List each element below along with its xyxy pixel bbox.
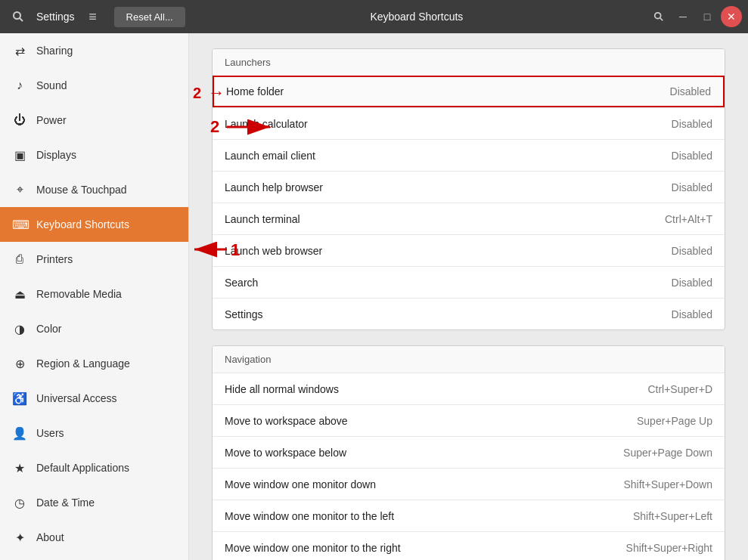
nav-row-4[interactable]: Move window one monitor to the left Shif… xyxy=(213,500,725,531)
sidebar-icon-sound: ♪ xyxy=(12,79,27,92)
sidebar-label-default-applications: Default Applications xyxy=(36,462,129,474)
svg-line-3 xyxy=(660,18,663,21)
launcher-name-6: Search xyxy=(225,277,672,289)
launcher-row-3[interactable]: Launch help browser Disabled xyxy=(213,171,725,203)
nav-row-5[interactable]: Move window one monitor to the right Shi… xyxy=(213,531,725,560)
sidebar-icon-users: 👤 xyxy=(12,426,27,441)
launchers-section: Launchers Home folder Disabled Launch ca… xyxy=(212,48,725,330)
sidebar-label-power: Power xyxy=(36,114,67,126)
app-name: Settings xyxy=(36,11,75,23)
sidebar-icon-universal-access: ♿ xyxy=(12,391,27,406)
nav-row-0[interactable]: Hide all normal windows Ctrl+Super+D xyxy=(213,373,725,404)
nav-key-2: Super+Page Down xyxy=(623,447,712,459)
nav-key-0: Ctrl+Super+D xyxy=(647,383,712,395)
launcher-name-5: Launch web browser xyxy=(225,245,672,257)
titlebar-search-right-button[interactable] xyxy=(648,6,669,27)
sidebar-item-mouse-touchpad[interactable]: ⌖ Mouse & Touchpad xyxy=(0,172,188,207)
navigation-header: Navigation xyxy=(213,346,725,373)
launcher-key-6: Disabled xyxy=(672,277,712,289)
sidebar-icon-power: ⏻ xyxy=(12,113,27,127)
sidebar-item-keyboard-shortcuts[interactable]: ⌨ Keyboard Shortcuts xyxy=(0,207,188,242)
launcher-row-0[interactable]: Home folder Disabled xyxy=(213,76,725,107)
nav-key-1: Super+Page Up xyxy=(637,415,712,427)
nav-name-3: Move window one monitor down xyxy=(225,478,623,490)
sidebar-icon-printers: ⎙ xyxy=(12,252,27,266)
nav-name-2: Move to workspace below xyxy=(225,447,623,459)
launcher-row-7[interactable]: Settings Disabled xyxy=(213,298,725,330)
launchers-header: Launchers xyxy=(213,49,725,76)
launcher-row-1[interactable]: Launch calculator Disabled xyxy=(213,107,725,139)
sidebar-item-removable-media[interactable]: ⏏ Removable Media xyxy=(0,277,188,311)
sidebar-item-date-time[interactable]: ◷ Date & Time xyxy=(0,485,188,520)
nav-name-5: Move window one monitor to the right xyxy=(225,542,626,554)
launcher-key-3: Disabled xyxy=(672,181,712,193)
launcher-row-6[interactable]: Search Disabled xyxy=(213,266,725,298)
sidebar-label-sharing: Sharing xyxy=(36,45,73,57)
sidebar-item-displays[interactable]: ▣ Displays xyxy=(0,138,188,172)
sidebar-item-sound[interactable]: ♪ Sound xyxy=(0,68,188,103)
nav-row-3[interactable]: Move window one monitor down Shift+Super… xyxy=(213,468,725,500)
nav-name-0: Hide all normal windows xyxy=(225,383,647,395)
sidebar-icon-date-time: ◷ xyxy=(12,496,27,510)
sidebar-label-removable-media: Removable Media xyxy=(36,288,122,300)
reset-all-button[interactable]: Reset All... xyxy=(114,7,185,27)
sidebar-icon-mouse-touchpad: ⌖ xyxy=(12,183,27,196)
page-title: Keyboard Shortcuts xyxy=(191,11,642,23)
sidebar-label-universal-access: Universal Access xyxy=(36,392,117,404)
sidebar-label-date-time: Date & Time xyxy=(36,497,95,509)
launcher-name-4: Launch terminal xyxy=(225,213,665,225)
nav-key-4: Shift+Super+Left xyxy=(633,510,712,522)
launcher-name-7: Settings xyxy=(225,308,672,320)
launcher-name-0: Home folder xyxy=(226,85,670,97)
launcher-row-5[interactable]: Launch web browser Disabled xyxy=(213,234,725,266)
sidebar-icon-sharing: ⇄ xyxy=(12,44,27,58)
sidebar: ⇄ Sharing ♪ Sound ⏻ Power ▣ Displays ⌖ M… xyxy=(0,33,189,560)
nav-name-1: Move to workspace above xyxy=(225,415,637,427)
sidebar-item-about[interactable]: ✦ About xyxy=(0,520,188,555)
sidebar-item-universal-access[interactable]: ♿ Universal Access xyxy=(0,381,188,416)
titlebar-actions: ─ □ ✕ xyxy=(648,6,742,27)
launcher-key-0: Disabled xyxy=(670,85,711,97)
close-button[interactable]: ✕ xyxy=(721,6,742,27)
sidebar-item-power[interactable]: ⏻ Power xyxy=(0,103,188,138)
sidebar-icon-removable-media: ⏏ xyxy=(12,287,27,302)
launcher-key-5: Disabled xyxy=(672,245,712,257)
sidebar-label-displays: Displays xyxy=(36,149,76,161)
nav-name-4: Move window one monitor to the left xyxy=(225,510,633,522)
nav-row-1[interactable]: Move to workspace above Super+Page Up xyxy=(213,404,725,436)
sidebar-label-keyboard-shortcuts: Keyboard Shortcuts xyxy=(36,218,129,230)
launcher-name-2: Launch email client xyxy=(225,150,672,162)
launcher-key-7: Disabled xyxy=(672,308,712,320)
sidebar-label-users: Users xyxy=(36,427,64,439)
titlebar-menu-button[interactable]: ≡ xyxy=(81,5,105,29)
sidebar-label-color: Color xyxy=(36,323,61,335)
titlebar-search-left-button[interactable] xyxy=(6,5,30,29)
launcher-key-1: Disabled xyxy=(672,118,712,130)
launcher-row-4[interactable]: Launch terminal Ctrl+Alt+T xyxy=(213,203,725,234)
nav-key-5: Shift+Super+Right xyxy=(626,542,712,554)
sidebar-item-users[interactable]: 👤 Users xyxy=(0,416,188,450)
sidebar-icon-color: ◑ xyxy=(12,322,27,336)
minimize-button[interactable]: ─ xyxy=(672,6,694,27)
launcher-name-1: Launch calculator xyxy=(225,118,672,130)
launcher-row-2[interactable]: Launch email client Disabled xyxy=(213,139,725,171)
navigation-section: Navigation Hide all normal windows Ctrl+… xyxy=(212,345,725,560)
svg-line-1 xyxy=(20,18,23,21)
nav-row-2[interactable]: Move to workspace below Super+Page Down xyxy=(213,436,725,468)
svg-point-2 xyxy=(655,13,661,19)
sidebar-item-default-applications[interactable]: ★ Default Applications xyxy=(0,450,188,485)
sidebar-item-color[interactable]: ◑ Color xyxy=(0,311,188,346)
main-layout: ⇄ Sharing ♪ Sound ⏻ Power ▣ Displays ⌖ M… xyxy=(0,33,748,560)
sidebar-icon-default-applications: ★ xyxy=(12,461,27,475)
sidebar-item-printers[interactable]: ⎙ Printers xyxy=(0,242,188,277)
svg-point-0 xyxy=(14,12,20,19)
launcher-key-4: Ctrl+Alt+T xyxy=(665,213,712,225)
sidebar-item-sharing[interactable]: ⇄ Sharing xyxy=(0,33,188,68)
sidebar-label-mouse-touchpad: Mouse & Touchpad xyxy=(36,184,127,196)
sidebar-icon-keyboard-shortcuts: ⌨ xyxy=(12,218,27,232)
sidebar-label-printers: Printers xyxy=(36,253,73,265)
launcher-name-3: Launch help browser xyxy=(225,181,672,193)
content-area: → 1 2 → Launchers Home folder Disabled L… xyxy=(189,33,748,560)
sidebar-item-region-language[interactable]: ⊕ Region & Language xyxy=(0,346,188,381)
maximize-button[interactable]: □ xyxy=(697,6,718,27)
